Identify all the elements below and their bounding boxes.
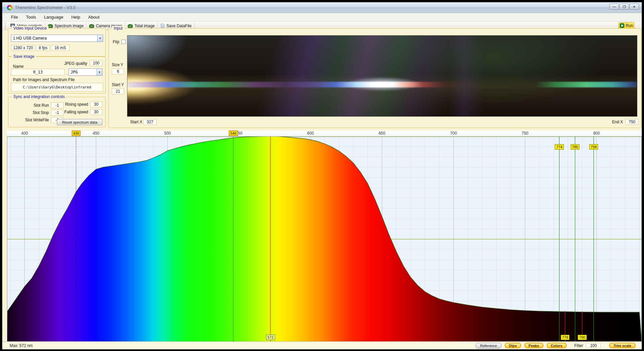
reference-marker-label-546[interactable]: 546 <box>229 131 238 136</box>
video-stat-1: 8 fps <box>36 45 50 51</box>
axis-tick-600: 600 <box>307 131 314 136</box>
chevron-down-icon: ▼ <box>97 35 103 42</box>
run-label: Run <box>626 23 633 28</box>
menu-language[interactable]: Language <box>40 14 67 21</box>
max-wavelength-status: Max: 572 nm <box>10 343 33 348</box>
app-window: Theremino Spectrometer - V3.0 — ❐ ✕ File… <box>2 2 642 349</box>
image-name-field[interactable]: 0_13 <box>11 69 65 75</box>
dip-marker-label-790[interactable]: 790 <box>578 335 586 340</box>
size-y-field[interactable]: 6 <box>112 68 124 74</box>
toolbar-grip <box>5 23 6 29</box>
video-stat-2: 16 mS <box>51 45 70 51</box>
max-marker-label-572[interactable]: 572 <box>266 335 275 340</box>
menu-about[interactable]: About <box>84 14 103 21</box>
reference-button[interactable]: Reference <box>475 343 502 349</box>
start-y-field[interactable]: 21 <box>112 88 124 94</box>
path-field[interactable]: C:\Users\GaryG\Desktop\infrared <box>11 83 103 91</box>
video-input-legend: Video Input Device <box>12 26 49 31</box>
start-x-label: Start X <box>130 120 142 124</box>
format-select[interactable]: JPG ▼ <box>69 68 102 76</box>
run-button[interactable]: Run <box>618 22 634 29</box>
jpeg-quality-label: JPEG quality <box>64 61 87 66</box>
slot-label: Slot WriteFile <box>8 118 49 122</box>
trim-scale-button[interactable]: Trim scale <box>609 343 636 348</box>
save-image-group: Save image Name JPEG quality 100 0_13 . … <box>8 57 106 93</box>
axis-tick-800: 800 <box>593 131 600 136</box>
start-x-field[interactable]: 327 <box>143 119 157 125</box>
peak-marker-label-785[interactable]: 785 <box>571 144 579 150</box>
dot-separator: . <box>66 71 67 75</box>
axis-tick-400: 400 <box>21 131 28 136</box>
axis-tick-650: 650 <box>379 131 385 136</box>
flip-label: Flip <box>113 40 119 44</box>
wavelength-axis: 400450500550600650700750800436546 <box>7 131 642 136</box>
save-icon <box>160 24 165 28</box>
camera-spectrum-beam <box>127 82 637 87</box>
video-device-select[interactable]: 1 HD USB Camera ▼ <box>11 35 103 42</box>
slot-label: Slot Run <box>8 103 49 108</box>
input-group: Input Flip Size Y 6 Start Y 21 Start X 3… <box>108 28 641 128</box>
name-label: Name <box>13 64 24 69</box>
slot-label: Slot Stop <box>8 110 49 115</box>
sync-group: Sync and integration controls Slot Run -… <box>8 97 106 127</box>
filter-label: Filter <box>574 343 583 348</box>
close-button[interactable]: ✕ <box>629 4 639 10</box>
camera-icon <box>128 24 133 28</box>
window-title: Theremino Spectrometer - V3.0 <box>15 5 76 10</box>
axis-tick-500: 500 <box>164 131 171 136</box>
menu-bar: FileToolsLanguageHelpAbout <box>2 13 642 22</box>
video-input-group: Video Input Device 1 HD USB Camera ▼ 128… <box>8 28 106 57</box>
dips-button[interactable]: Dips <box>505 343 521 348</box>
input-legend: Input <box>112 26 124 31</box>
save-image-legend: Save image <box>12 54 36 59</box>
peak-marker-label-774[interactable]: 774 <box>555 144 564 150</box>
spectrum-chart[interactable]: 572774785798778790 <box>7 136 642 342</box>
menu-tools[interactable]: Tools <box>22 14 40 21</box>
toolbar-item-label: Spectrum image <box>55 24 83 28</box>
toolbar-item-label: Save DataFile <box>166 24 191 28</box>
speed-field[interactable]: 30 <box>90 101 102 107</box>
toolbar-item-label: Total image <box>134 24 155 28</box>
flip-checkbox[interactable] <box>121 40 126 44</box>
speed-field[interactable]: 30 <box>90 109 102 115</box>
sync-legend: Sync and integration controls <box>12 94 67 99</box>
play-icon <box>620 23 624 28</box>
menu-file[interactable]: File <box>7 14 22 21</box>
speed-label: Falling speed <box>51 110 88 114</box>
axis-tick-750: 750 <box>522 131 528 136</box>
speed-label: Rising speed <box>51 102 88 107</box>
video-device-value: 1 HD USB Camera <box>11 36 97 41</box>
chevron-down-icon: ▼ <box>96 69 102 75</box>
restore-button[interactable]: ❐ <box>619 4 629 10</box>
reference-marker-label-436[interactable]: 436 <box>72 131 80 136</box>
start-y-label: Start Y <box>112 82 124 87</box>
app-icon <box>7 5 12 10</box>
menu-help[interactable]: Help <box>67 14 84 21</box>
minimize-button[interactable]: — <box>609 4 619 10</box>
axis-tick-450: 450 <box>93 131 99 136</box>
end-x-field[interactable]: 750 <box>625 119 639 125</box>
jpeg-quality-field[interactable]: 100 <box>90 60 102 66</box>
format-value: JPG <box>69 70 96 74</box>
camera-preview <box>127 35 637 117</box>
title-bar: Theremino Spectrometer - V3.0 — ❐ ✕ <box>2 2 642 13</box>
end-x-label: End X <box>612 120 623 124</box>
axis-tick-700: 700 <box>450 131 457 136</box>
camera-icon <box>89 24 94 28</box>
colors-button[interactable]: Colors <box>547 343 567 348</box>
dip-marker-label-778[interactable]: 778 <box>561 335 569 340</box>
peaks-button[interactable]: Peaks <box>524 343 544 348</box>
reset-spectrum-button[interactable]: Reset spectrum data <box>57 119 102 125</box>
camera-icon <box>48 24 53 28</box>
size-y-label: Size Y <box>112 62 123 67</box>
status-bar: Max: 572 nm Reference DipsPeaksColors Fi… <box>2 341 642 349</box>
peak-marker-label-798[interactable]: 798 <box>589 144 598 150</box>
filter-field[interactable]: 100 <box>586 343 601 348</box>
video-stat-0: 1280 x 720 <box>11 45 35 51</box>
path-label: Path for Images and Spectrum File <box>13 77 75 82</box>
